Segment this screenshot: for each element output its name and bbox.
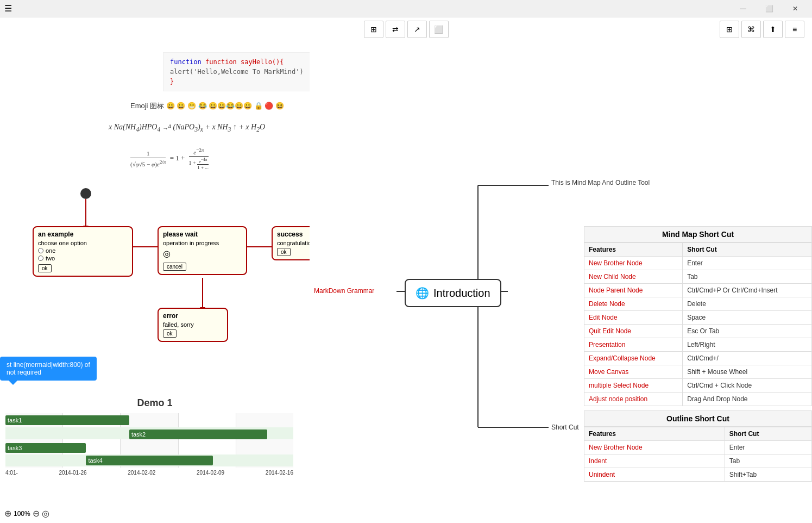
- gantt-date2: 2014-02-02: [128, 470, 155, 476]
- gantt-bar-task3: task3: [5, 443, 86, 453]
- shortcut-row: Adjust node positionDrag And Drop Node: [584, 393, 812, 406]
- gantt-title: Demo 1: [0, 397, 310, 409]
- uml-state-error: error failed, sorry ok: [158, 308, 228, 342]
- right-toolbar: ⊞ ⌘ ⬆ ≡: [716, 17, 808, 41]
- shortcut-row: Delete NodeDelete: [584, 297, 812, 311]
- shortcut-feature: New Brother Node: [584, 257, 683, 270]
- shortcut-feature: Node Parent Node: [584, 284, 683, 297]
- outline-feature: New Brother Node: [584, 441, 725, 454]
- uml-state-wait-subtitle: operation in progress: [163, 240, 242, 246]
- titlebar-left: ☰: [4, 3, 12, 14]
- switch-btn[interactable]: ⇄: [386, 21, 405, 38]
- outline-key: Enter: [725, 441, 811, 454]
- tooltip-bubble: st line(mermaid|width:800) of not requir…: [0, 357, 97, 381]
- rt-btn4[interactable]: ≡: [785, 21, 804, 38]
- titlebar-right: — ⬜ ✕: [731, 0, 808, 17]
- new-window-btn[interactable]: ⊞: [364, 21, 383, 38]
- uml-arrow-wait-success: [247, 246, 273, 247]
- mindmap-label-markdown: MarkDown Grammar: [314, 287, 374, 295]
- shortcut-key: Ctrl/Cmd+/: [683, 352, 812, 365]
- outline-shortcut-title: Outline Short Cut: [584, 410, 812, 427]
- uml-state-wait-title: please wait: [163, 231, 242, 238]
- uml-option-one-label: one: [46, 247, 55, 254]
- shortcut-row: New Brother NodeEnter: [584, 257, 812, 270]
- uml-cancel-btn[interactable]: cancel: [163, 263, 186, 271]
- gantt-chart: task1 task2 task3 task4: [5, 413, 293, 468]
- outline-shortcut-row: IndentTab: [584, 454, 812, 468]
- mindmap-area: This is Mind Map And Outline Tool MarkDo…: [310, 41, 812, 523]
- gantt-task2-label: task2: [129, 431, 148, 438]
- uml-state-error-title: error: [163, 312, 223, 320]
- outline-col-shortcut: Short Cut: [725, 427, 811, 441]
- shortcut-feature: Edit Node: [584, 311, 683, 325]
- shortcut-key: Esc Or Tab: [683, 325, 812, 338]
- code-line1: function function sayHello(){: [170, 57, 304, 67]
- shortcut-row: Expand/Collapse NodeCtrl/Cmd+/: [584, 352, 812, 365]
- uml-arrow-example-wait: [133, 246, 159, 247]
- fullscreen-btn[interactable]: ⬜: [429, 21, 449, 38]
- uml-state-example-title: an example: [38, 231, 128, 238]
- shortcut-key: Shift + Mouse Wheel: [683, 365, 812, 379]
- menu-icon[interactable]: ☰: [4, 3, 12, 14]
- tooltip-line2: not required: [7, 369, 90, 376]
- shortcut-row: Edit NodeSpace: [584, 311, 812, 325]
- zoom-in-btn[interactable]: ⊕: [4, 508, 11, 519]
- outline-shortcut-table: Features Short Cut New Brother NodeEnter…: [584, 427, 812, 482]
- mindmap-shortcut-title: Mind Map Short Cut: [584, 226, 812, 242]
- outline-feature: Indent: [584, 454, 725, 468]
- gantt-bar-task2: task2: [129, 429, 267, 439]
- shortcut-row: Move CanvasShift + Mouse Wheel: [584, 365, 812, 379]
- gantt-axis: 4:01- 2014-01-26 2014-02-02 2014-02-09 2…: [5, 470, 293, 476]
- mindmap-intro-node[interactable]: 🌐 Introduction: [405, 279, 501, 307]
- close-button[interactable]: ✕: [783, 0, 808, 17]
- uml-state-example-subtitle: choose one option: [38, 240, 128, 246]
- gantt-bar-task4: task4: [86, 456, 212, 465]
- shortcut-feature: New Child Node: [584, 270, 683, 284]
- gantt-bar-task1: task1: [5, 415, 129, 425]
- gantt-task4-label: task4: [86, 457, 104, 464]
- rt-btn3[interactable]: ⬆: [763, 21, 783, 38]
- zoom-reset-btn[interactable]: ◎: [42, 508, 49, 519]
- shortcut-key: Enter: [683, 257, 812, 270]
- shortcut-row: New Child NodeTab: [584, 270, 812, 284]
- maximize-button[interactable]: ⬜: [757, 0, 782, 17]
- uml-error-ok-btn[interactable]: ok: [163, 329, 177, 338]
- uml-option-two-label: two: [46, 255, 55, 262]
- outline-key: Tab: [725, 454, 811, 468]
- minimize-button[interactable]: —: [731, 0, 756, 17]
- uml-state-example: an example choose one option one two ok: [33, 226, 133, 277]
- export-btn[interactable]: ↗: [407, 21, 427, 38]
- rt-btn2[interactable]: ⌘: [741, 21, 761, 38]
- code-line3: }: [170, 77, 304, 86]
- rt-btn1[interactable]: ⊞: [720, 21, 739, 38]
- intro-text: Introduction: [433, 287, 490, 300]
- mindmap-shortcut-table: Features Short Cut New Brother NodeEnter…: [584, 242, 812, 406]
- outline-key: Shift+Tab: [725, 468, 811, 482]
- intro-emoji: 🌐: [416, 287, 429, 300]
- shortcut-feature: Presentation: [584, 338, 683, 352]
- shortcut-row: PresentationLeft/Right: [584, 338, 812, 352]
- shortcut-feature: Expand/Collapse Node: [584, 352, 683, 365]
- gantt-task3-label: task3: [5, 445, 24, 451]
- uml-radio-circle-two: [38, 256, 43, 261]
- code-line2: alert('Hello,Welcome To MarkMind'): [170, 67, 304, 77]
- shortcut-key: Left/Right: [683, 338, 812, 352]
- shortcut-panel: Mind Map Short Cut Features Short Cut Ne…: [584, 226, 812, 482]
- shortcut-key: Ctrl/Cmd+P Or Ctrl/Cmd+Insert: [683, 284, 812, 297]
- mindmap-label-top: This is Mind Map And Outline Tool: [551, 179, 650, 186]
- titlebar: ☰ — ⬜ ✕: [0, 0, 812, 17]
- shortcut-key: Space: [683, 311, 812, 325]
- uml-example-ok-btn[interactable]: ok: [38, 264, 52, 272]
- canvas-area: function function sayHello(){ alert('Hel…: [0, 41, 812, 523]
- outline-feature: Unindent: [584, 468, 725, 482]
- uml-state-error-subtitle: failed, sorry: [163, 321, 223, 328]
- shortcut-key: Ctrl/Cmd + Click Node: [683, 379, 812, 393]
- uml-state-wait: please wait operation in progress ◎ canc…: [158, 226, 247, 275]
- uml-wait-indicator: ◎: [163, 248, 242, 259]
- uml-start-node: [80, 188, 91, 199]
- gantt-date0: 4:01-: [5, 470, 18, 476]
- uml-success-ok-btn[interactable]: ok: [277, 248, 291, 256]
- math-formula2: 1 (√φ√5 − φ)e2/π = 1 + e−2π 1 + e−4π1 + …: [130, 147, 209, 170]
- gantt-date1: 2014-01-26: [59, 470, 86, 476]
- zoom-out-btn[interactable]: ⊖: [33, 508, 40, 519]
